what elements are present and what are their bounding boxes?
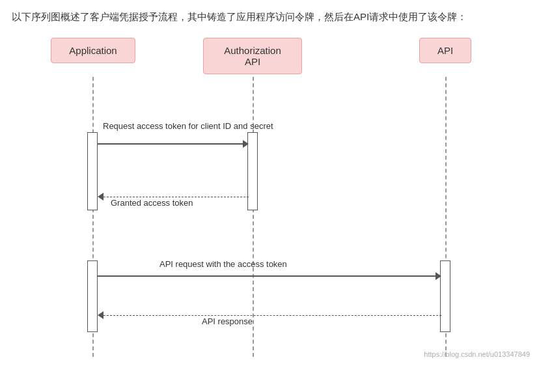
arrow1-line xyxy=(98,143,243,145)
arrow2-line xyxy=(104,197,249,197)
activation-box-app-2 xyxy=(87,260,98,332)
arrow3-head xyxy=(435,272,441,280)
arrow1-head xyxy=(243,140,249,148)
arrow-api-request xyxy=(98,272,441,280)
arrow3-label: API request with the access token xyxy=(159,259,287,269)
header-text: 以下序列图概述了客户端凭据授予流程，其中铸造了应用程序访问令牌，然后在API请求… xyxy=(12,11,467,22)
diagram-area: Application Authorization API API Reques… xyxy=(0,31,539,363)
activation-box-api-1 xyxy=(440,260,450,332)
lifeline-application: Application xyxy=(51,38,135,63)
arrow-api-response xyxy=(98,311,441,319)
activation-box-app-1 xyxy=(87,132,98,210)
arrow4-line xyxy=(104,315,441,316)
activation-box-auth-1 xyxy=(247,132,258,210)
watermark: https://blog.csdn.net/u013347849 xyxy=(424,350,530,358)
arrow2-head xyxy=(98,193,104,201)
arrow2-label: Granted access token xyxy=(111,198,193,208)
arrow3-line xyxy=(98,275,435,277)
arrow4-label: API response xyxy=(202,316,253,326)
lifeline-auth-api: Authorization API xyxy=(203,38,302,74)
arrow-request-token xyxy=(98,140,249,148)
arrow4-head xyxy=(98,311,104,319)
page-header: 以下序列图概述了客户端凭据授予流程，其中铸造了应用程序访问令牌，然后在API请求… xyxy=(0,0,539,31)
arrow1-label: Request access token for client ID and s… xyxy=(103,121,273,131)
lifeline-api: API xyxy=(419,38,471,63)
